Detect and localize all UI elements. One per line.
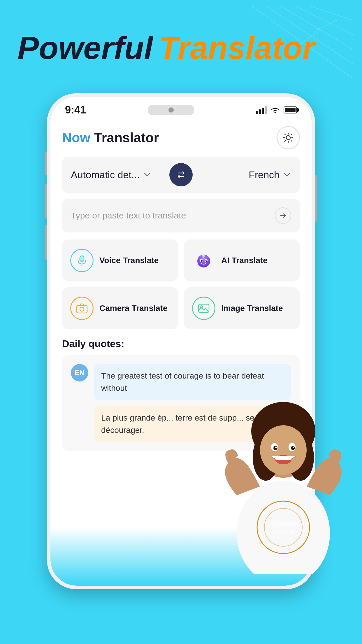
svg-rect-28 <box>198 304 209 312</box>
person-image: Welcome Bienvenue Willkommen <box>213 393 353 574</box>
status-icons <box>256 106 297 114</box>
language-selector[interactable]: Automatic det... <box>62 157 300 193</box>
status-notch <box>136 103 206 117</box>
ai-translate-button[interactable]: AI Translate <box>184 239 300 281</box>
ai-translate-icon-wrap <box>192 249 215 272</box>
camera-translate-label: Camera Translate <box>99 304 167 313</box>
camera-dot <box>168 107 174 113</box>
signal-icon <box>256 106 267 114</box>
wifi-icon <box>270 106 280 114</box>
app-content: Now Translator Automatic det... <box>50 120 312 329</box>
ai-translate-label: AI Translate <box>221 256 268 265</box>
svg-point-27 <box>80 307 84 311</box>
feature-grid: Voice Translate <box>62 239 300 329</box>
svg-point-36 <box>260 425 307 475</box>
settings-icon <box>282 132 294 144</box>
target-language-option[interactable]: French <box>196 169 291 181</box>
swap-languages-button[interactable] <box>169 163 193 186</box>
source-language-text: Automatic det... <box>71 169 140 181</box>
svg-point-41 <box>275 447 277 448</box>
svg-point-23 <box>206 260 207 261</box>
source-language-dropdown-icon <box>143 171 151 179</box>
settings-button[interactable] <box>277 126 300 149</box>
ai-robot-icon <box>195 252 212 269</box>
status-time: 9:41 <box>65 104 86 116</box>
battery-fill <box>285 108 296 112</box>
target-language-dropdown-icon <box>283 171 291 179</box>
image-translate-icon-wrap <box>192 297 215 320</box>
voice-translate-label: Voice Translate <box>99 256 159 265</box>
app-title: Now Translator <box>62 130 159 146</box>
svg-line-3 <box>310 6 353 20</box>
svg-point-11 <box>275 112 276 113</box>
target-language-text: French <box>249 169 280 181</box>
text-input-placeholder: Type or paste text to translate <box>71 211 275 220</box>
camera-translate-button[interactable]: Camera Translate <box>62 287 178 329</box>
svg-text:Bienvenue: Bienvenue <box>276 529 295 534</box>
battery-icon <box>284 106 297 113</box>
arrow-right-icon <box>279 211 287 220</box>
daily-quotes-title: Daily quotes: <box>62 338 300 349</box>
svg-point-25 <box>203 255 204 256</box>
hero-powerful-text: Powerful <box>17 30 153 66</box>
translate-submit-button[interactable] <box>275 207 291 224</box>
svg-rect-44 <box>275 456 291 460</box>
notch-pill <box>148 105 194 115</box>
swap-icon <box>175 168 187 181</box>
svg-text:Welcome: Welcome <box>272 520 300 527</box>
hero-translator-text: Translator <box>159 30 315 66</box>
image-icon <box>197 302 210 315</box>
image-translate-label: Image Translate <box>221 304 283 313</box>
svg-rect-26 <box>77 305 87 313</box>
source-language-option[interactable]: Automatic det... <box>71 169 166 181</box>
app-title-rest: Translator <box>90 130 159 145</box>
svg-text:Willkommen: Willkommen <box>273 536 292 540</box>
language-badge-en: EN <box>71 364 88 382</box>
microphone-icon <box>75 254 88 267</box>
svg-point-22 <box>202 260 203 261</box>
app-title-now: Now <box>62 130 90 145</box>
voice-translate-button[interactable]: Voice Translate <box>62 239 178 281</box>
status-bar: 9:41 <box>50 97 312 120</box>
camera-icon <box>75 302 88 315</box>
svg-point-42 <box>293 447 294 448</box>
text-input-area[interactable]: Type or paste text to translate <box>62 199 300 232</box>
app-header: Now Translator <box>62 120 300 157</box>
camera-translate-icon-wrap <box>70 297 94 320</box>
voice-translate-icon-wrap <box>70 249 94 272</box>
image-translate-button[interactable]: Image Translate <box>184 287 300 329</box>
hero-title: PowerfulTranslator <box>17 29 345 66</box>
svg-point-30 <box>237 481 330 574</box>
